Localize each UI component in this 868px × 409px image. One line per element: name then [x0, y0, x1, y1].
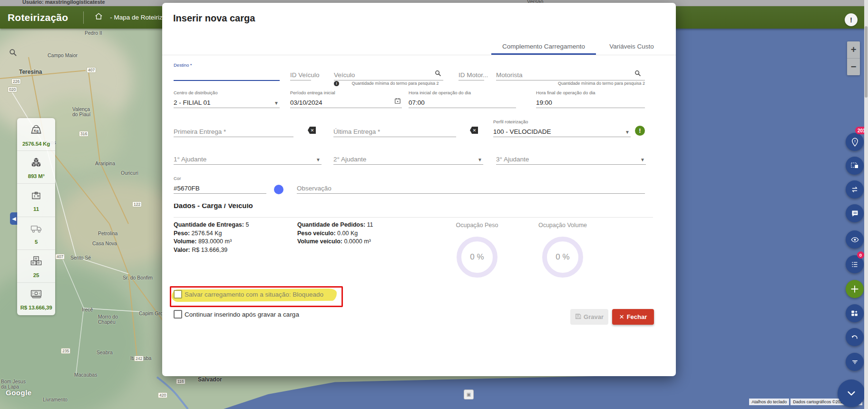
ajudante1-select[interactable]: 1° Ajudante ▼: [174, 146, 322, 165]
list-fab-badge: 0: [857, 251, 864, 259]
id-veiculo-placeholder: ID Veículo: [290, 71, 320, 79]
salvar-bloqueado-checkbox[interactable]: [174, 290, 182, 299]
zoom-in-button[interactable]: +: [847, 41, 860, 59]
undo-fab[interactable]: [846, 328, 864, 346]
map-city-label: Pedro II: [85, 30, 102, 36]
home-icon[interactable]: [94, 12, 103, 23]
ajudante1-placeholder: 1° Ajudante: [174, 156, 206, 163]
road-shield: 116: [176, 379, 185, 384]
tab-variaveis-custo[interactable]: Variáveis Custo: [596, 43, 667, 55]
ajudante3-select[interactable]: 3° Ajudante ▼: [496, 146, 646, 165]
gauge-peso: 0 %: [457, 237, 497, 278]
primeira-entrega-field[interactable]: Primeira Entrega *: [174, 119, 293, 137]
ultima-entrega-placeholder: Última Entrega *: [333, 128, 380, 135]
perfil-alert-icon[interactable]: !: [635, 126, 645, 136]
clear-icon[interactable]: ✕: [470, 127, 478, 134]
road-shield: 226: [11, 79, 21, 84]
hora-inicial-value: 07:00: [409, 99, 425, 106]
road-shield: 020: [8, 87, 17, 92]
observacao-field[interactable]: Observação: [297, 175, 645, 194]
salvar-bloqueado-label[interactable]: Salvar carregamento com a situação: Bloq…: [185, 291, 323, 298]
map-city-label: Livramento: [43, 397, 68, 402]
road-shield: 235: [61, 348, 70, 354]
summary-weight: Kg 2576.54 Kg: [17, 118, 55, 151]
scrollbar-thumb[interactable]: [865, 26, 868, 98]
id-motorista-field[interactable]: ID Motor...: [458, 62, 484, 80]
insert-cargo-modal: Inserir nova carga Complemento Carregame…: [162, 3, 676, 376]
motorista-helper: Quantidade mínima do termo para pesquisa…: [555, 81, 645, 86]
map-city-label: Bom Jesus da Lapa: [1, 379, 26, 389]
centro-distribuicao-select[interactable]: Centro de distribuição 2 - FILIAL 01 ▼: [174, 90, 280, 108]
hora-inicial-field[interactable]: Hora inicial de operação do dia 07:00: [409, 90, 516, 108]
ajudante2-placeholder: 2° Ajudante: [333, 156, 366, 163]
veiculo-field[interactable]: Veículo: [334, 62, 443, 80]
svg-text:Kg: Kg: [34, 128, 39, 132]
id-veiculo-field[interactable]: ID Veículo: [290, 62, 311, 80]
veiculo-helper: ! Quantidade mínima do termo para pesqui…: [334, 81, 439, 86]
road-shield: 420: [158, 392, 167, 398]
zoom-out-button[interactable]: −: [847, 59, 860, 75]
ultima-entrega-field[interactable]: Última Entrega *: [333, 119, 456, 137]
continuar-inserindo-checkbox[interactable]: [174, 310, 182, 319]
keyboard-shortcuts-link[interactable]: Atalhos do teclado: [749, 399, 789, 405]
visibility-fab[interactable]: [846, 230, 864, 249]
close-button[interactable]: ✕ Fechar: [612, 309, 654, 325]
color-swatch[interactable]: [274, 185, 283, 194]
veiculo-placeholder: Veículo: [334, 71, 355, 79]
centro-value: 2 - FILIAL 01: [174, 99, 211, 106]
summary-boxes-value: 25: [33, 272, 39, 278]
route-summary-panel: Kg 2576.54 Kg 893 M³ 11 5 25: [17, 118, 55, 315]
page-scrollbar[interactable]: [864, 0, 868, 409]
summary-orders: 11: [17, 184, 55, 217]
search-icon[interactable]: [634, 70, 641, 79]
app-title: Roteirização: [8, 12, 68, 23]
periodo-label: Período entrega inicial: [290, 90, 335, 95]
add-fab[interactable]: [846, 280, 864, 298]
cor-label: Cor: [174, 176, 181, 181]
hora-final-field[interactable]: Hora final de operação do dia 19:00: [536, 90, 645, 108]
dispatch-fab[interactable]: [846, 304, 864, 322]
pin-alert-fab[interactable]: !: [846, 133, 864, 151]
summary-value-amount: R$ 13.666,39: [20, 305, 52, 310]
search-icon[interactable]: [435, 70, 441, 79]
map-zoom-control: + −: [847, 41, 860, 75]
chevron-down-icon: ▼: [640, 157, 645, 162]
section-divider: [174, 217, 653, 218]
map-city-label: Macaúbas: [74, 372, 97, 378]
filter-fab[interactable]: [846, 353, 864, 371]
perfil-label: Perfil roteirização: [493, 119, 528, 124]
map-city-label: Campo Maior: [48, 53, 78, 58]
save-button[interactable]: Gravar: [570, 309, 608, 325]
destino-field[interactable]: Destino *: [174, 62, 280, 81]
swap-routes-fab[interactable]: [846, 180, 864, 199]
cargo-stats-col1: Quantidade de Entregas: 5 Peso: 2576.54 …: [174, 221, 249, 254]
id-motorista-placeholder: ID Motor...: [458, 71, 488, 79]
map-city-label: Salvador: [198, 377, 222, 382]
clear-icon[interactable]: ✕: [308, 127, 316, 134]
collapse-fab[interactable]: [838, 379, 865, 407]
tab-divider: [162, 55, 676, 55]
chevron-down-icon: ▼: [625, 130, 630, 135]
chevron-down-icon: ▼: [274, 100, 279, 106]
chat-fab[interactable]: [846, 204, 864, 222]
ajudante2-select[interactable]: 2° Ajudante ▼: [333, 146, 483, 165]
perfil-roteirizacao-select[interactable]: Perfil roteirização 100 - VELOCIDADE ▼: [493, 119, 631, 137]
map-city-label: Ouricuri: [121, 170, 138, 176]
motorista-field[interactable]: Motorista: [496, 62, 645, 80]
summary-boxes: 25: [17, 250, 55, 283]
close-icon: ✕: [619, 313, 624, 320]
periodo-entrega-field[interactable]: Período entrega inicial 03/10/2024: [290, 90, 402, 108]
primeira-entrega-placeholder: Primeira Entrega *: [174, 128, 226, 135]
google-watermark: Google: [6, 389, 32, 397]
map-city-label: Irecê: [82, 307, 93, 312]
region-select-fab[interactable]: [846, 157, 864, 175]
cor-field[interactable]: Cor #5670FB: [174, 175, 266, 194]
map-search-icon[interactable]: [9, 49, 17, 59]
chevron-down-icon: ▼: [478, 157, 482, 162]
notifications-button[interactable]: !: [845, 13, 858, 26]
map-marker-control[interactable]: ▣: [464, 389, 474, 399]
gauge-peso-label: Ocupação Peso: [429, 222, 525, 229]
destino-label: Destino *: [174, 62, 192, 68]
calendar-icon[interactable]: [394, 98, 401, 106]
continuar-inserindo-label[interactable]: Continuar inserindo após gravar a carga: [185, 311, 299, 318]
